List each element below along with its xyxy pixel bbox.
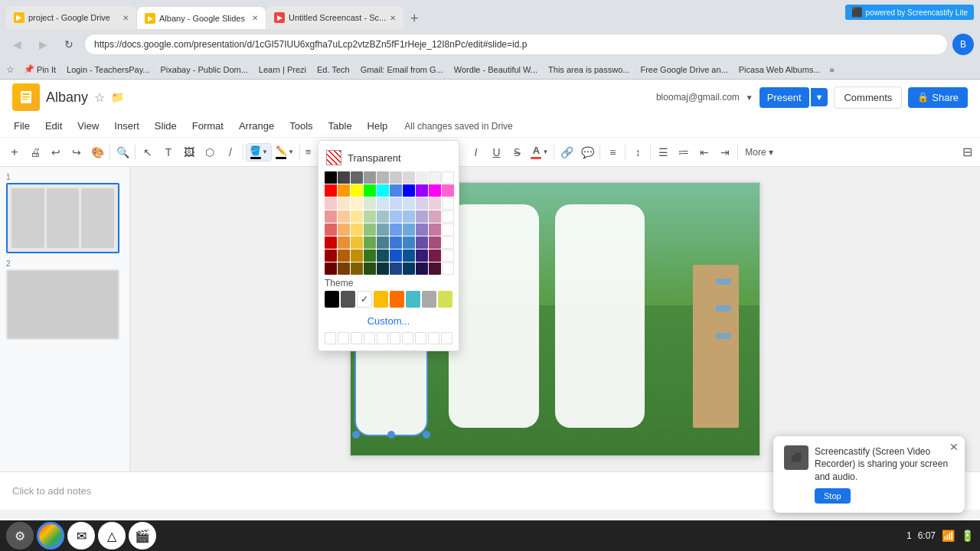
cp-swatch[interactable]: [338, 210, 350, 223]
tab-3[interactable]: ▶ Untitled Screencast - Sc... ✕: [266, 6, 403, 29]
cp-swatch[interactable]: [364, 210, 376, 223]
cp-swatch[interactable]: [403, 210, 415, 223]
cp-swatch[interactable]: [364, 262, 376, 275]
bookmark-drive[interactable]: Free Google Drive an...: [635, 64, 732, 75]
cp-swatch[interactable]: [338, 197, 350, 210]
cp-recent-1[interactable]: [325, 332, 336, 344]
slide-box-2[interactable]: [449, 204, 538, 428]
cp-swatch[interactable]: [403, 262, 415, 275]
toolbar-zoom-btn[interactable]: 🔍: [113, 142, 132, 162]
taskbar-screencastify[interactable]: 🎬: [129, 522, 156, 549]
tab-3-close[interactable]: ✕: [390, 14, 396, 22]
cp-swatch[interactable]: [364, 171, 376, 184]
cp-swatch[interactable]: [364, 236, 376, 249]
cp-swatch[interactable]: [338, 262, 350, 275]
menu-format[interactable]: Format: [185, 117, 231, 135]
cp-swatch[interactable]: [442, 197, 454, 210]
bookmark-wordle[interactable]: Wordle - Beautiful W...: [449, 64, 542, 75]
app-title-star[interactable]: ☆: [94, 90, 105, 105]
cp-swatch[interactable]: [429, 249, 441, 262]
cp-swatch[interactable]: [325, 249, 337, 262]
cp-theme-swatch-3[interactable]: ✓: [357, 291, 371, 308]
cp-swatch[interactable]: [429, 223, 441, 236]
cp-custom-btn[interactable]: Custom...: [325, 311, 452, 331]
menu-tools[interactable]: Tools: [282, 117, 320, 135]
link-btn[interactable]: 🔗: [557, 142, 577, 162]
cp-recent-6[interactable]: [390, 332, 401, 344]
toolbar-paint-btn[interactable]: 🎨: [87, 142, 107, 162]
cp-swatch[interactable]: [442, 184, 454, 197]
cp-theme-swatch-8[interactable]: [438, 291, 452, 308]
bookmark-login[interactable]: Login - TeachersPay...: [62, 64, 154, 75]
forward-btn[interactable]: ▶: [32, 34, 54, 55]
new-tab-btn[interactable]: +: [403, 8, 425, 29]
indent-dec-btn[interactable]: ⇤: [694, 142, 714, 162]
cp-recent-3[interactable]: [351, 332, 362, 344]
slide-box-3[interactable]: [555, 204, 645, 428]
cp-swatch[interactable]: [325, 197, 337, 210]
app-title-folder[interactable]: 📁: [111, 91, 124, 103]
cp-swatch[interactable]: [390, 184, 402, 197]
cp-swatch[interactable]: [416, 223, 428, 236]
tab-1-close[interactable]: ✕: [122, 14, 129, 22]
cp-swatch[interactable]: [442, 249, 454, 262]
cp-swatch[interactable]: [377, 197, 389, 210]
bookmark-prezi[interactable]: Learn | Prezi: [254, 64, 311, 75]
menu-insert[interactable]: Insert: [106, 117, 147, 135]
cp-swatch[interactable]: [364, 184, 376, 197]
toolbar-undo-btn[interactable]: ↩: [46, 142, 66, 162]
present-btn[interactable]: Present: [760, 87, 809, 108]
cp-recent-8[interactable]: [415, 332, 426, 344]
cp-swatch[interactable]: [338, 236, 350, 249]
cp-swatch[interactable]: [416, 262, 428, 275]
underline-btn[interactable]: U: [486, 142, 506, 162]
cp-swatch[interactable]: [416, 197, 428, 210]
cp-swatch[interactable]: [403, 184, 415, 197]
tab-2-close[interactable]: ✕: [252, 14, 258, 22]
cp-swatch[interactable]: [364, 249, 376, 262]
cp-recent-7[interactable]: [402, 332, 413, 344]
cp-swatch[interactable]: [351, 236, 363, 249]
strikethrough-btn[interactable]: S̶: [507, 142, 527, 162]
cp-recent-10[interactable]: [441, 332, 452, 344]
cp-swatch[interactable]: [338, 249, 350, 262]
cp-swatch[interactable]: [364, 223, 376, 236]
cp-swatch[interactable]: [390, 197, 402, 210]
menu-edit[interactable]: Edit: [38, 117, 70, 135]
share-btn[interactable]: 🔒 Share: [908, 87, 968, 108]
cp-swatch[interactable]: [416, 236, 428, 249]
align-btn[interactable]: ≡: [603, 142, 622, 162]
reload-btn[interactable]: ↻: [58, 34, 80, 55]
cp-swatch[interactable]: [416, 249, 428, 262]
cp-recent-2[interactable]: [338, 332, 349, 344]
cp-swatch[interactable]: [351, 171, 363, 184]
comment-btn[interactable]: 💬: [577, 142, 597, 162]
cp-swatch[interactable]: [338, 223, 350, 236]
cp-theme-swatch-1[interactable]: [325, 291, 339, 308]
cp-swatch[interactable]: [390, 210, 402, 223]
cp-swatch[interactable]: [390, 171, 402, 184]
bookmark-edtech[interactable]: Ed. Tech: [312, 64, 354, 75]
cp-swatch[interactable]: [338, 171, 350, 184]
cp-swatch[interactable]: [403, 249, 415, 262]
cp-swatch[interactable]: [429, 262, 441, 275]
toolbar-print-btn[interactable]: 🖨: [25, 142, 45, 162]
toolbar-add-btn[interactable]: +: [5, 142, 24, 162]
cp-theme-swatch-5[interactable]: [390, 291, 404, 308]
cp-swatch[interactable]: [442, 262, 454, 275]
bookmark-picasa[interactable]: Picasa Web Albums...: [734, 64, 825, 75]
cp-swatch[interactable]: [377, 236, 389, 249]
cp-swatch[interactable]: [442, 171, 454, 184]
cp-recent-5[interactable]: [377, 332, 388, 344]
cp-swatch[interactable]: [429, 184, 441, 197]
profile-btn[interactable]: B: [952, 34, 974, 55]
toolbar-border-btn[interactable]: ≡: [302, 145, 315, 159]
handle-bot-center[interactable]: [387, 431, 395, 439]
cp-swatch[interactable]: [416, 171, 428, 184]
line-spacing-btn[interactable]: ↕: [628, 142, 648, 162]
toolbar-shape-btn[interactable]: ⬡: [200, 142, 220, 162]
cp-swatch[interactable]: [325, 210, 337, 223]
cp-swatch[interactable]: [377, 262, 389, 275]
taskbar-settings[interactable]: ⚙: [6, 522, 34, 549]
cp-theme-swatch-4[interactable]: [374, 291, 388, 308]
